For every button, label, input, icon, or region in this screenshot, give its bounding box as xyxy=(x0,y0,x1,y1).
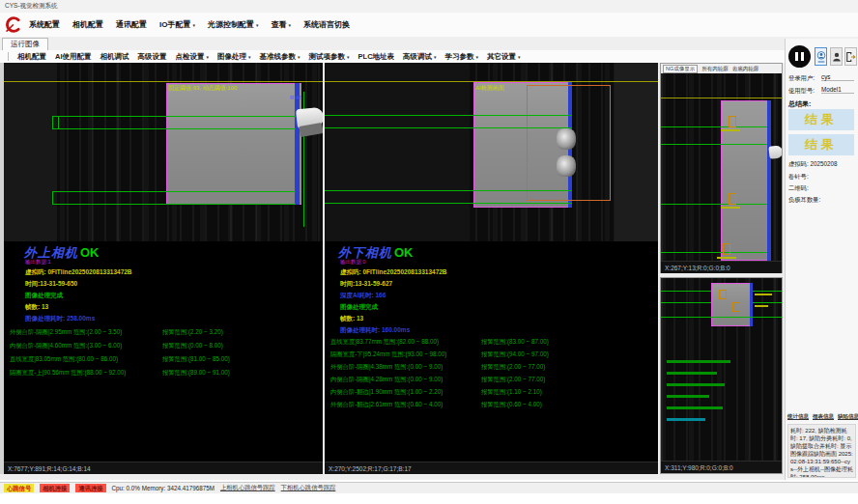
electrode-tab-blob xyxy=(557,155,576,177)
user-button[interactable] xyxy=(830,47,843,66)
toolbar-item-learn-params[interactable]: 学习参数▾ xyxy=(445,52,479,62)
result-badge-bottom: 结果 xyxy=(788,134,854,155)
time-line: 时间:13-31-59-650 xyxy=(25,280,77,289)
time-line: 时间:13-31-59-627 xyxy=(340,280,392,289)
frames-line: 帧数: 13 xyxy=(340,315,363,323)
detail-panel: X:311;Y:980;R:0;G:0;B:0 xyxy=(660,277,783,474)
toolbar-item-plc-address[interactable]: PLC地址表 xyxy=(358,52,395,62)
measure-line xyxy=(753,291,782,292)
measure-line xyxy=(325,115,572,116)
edge-marker-blue xyxy=(750,283,753,326)
defect-label-text xyxy=(717,257,736,259)
baseline-overlay-line xyxy=(661,98,782,98)
status-bar: 心跳信号 相机连接 通讯连接 Cpu: 0.0% Memory: 3424.41… xyxy=(0,482,858,493)
status-ok: OK xyxy=(392,245,414,260)
toolbar-item-ai-config[interactable]: AI使用配置 xyxy=(55,52,92,62)
app-logo-icon xyxy=(4,15,22,34)
user-icon xyxy=(832,50,842,64)
chevron-down-icon: ▾ xyxy=(476,54,479,60)
measure-line xyxy=(661,204,767,205)
measure-line xyxy=(661,302,711,303)
defect-box xyxy=(732,302,740,312)
tab-ng-display[interactable]: NG成像显示 xyxy=(663,65,698,73)
measure-line xyxy=(52,191,296,192)
detail-camera-image[interactable] xyxy=(661,278,782,461)
toolbar: 相机配置 AI使用配置 相机调试 高级设置 点检设置▾ 图像处理▾ 基准线参数▾… xyxy=(0,50,858,64)
toolbar-item-baseline-params[interactable]: 基准线参数▾ xyxy=(260,52,300,62)
exit-door-icon xyxy=(845,50,856,64)
defect-box xyxy=(729,193,736,205)
barcode-line: 虚拟码: 0FITline2025020813313472B xyxy=(25,268,132,277)
tab-defect-info[interactable]: 缺陷信息 xyxy=(838,413,858,420)
ng-pixel-coords: X:267;Y:13;R:0;G:0;B:0 xyxy=(661,261,782,273)
r-value-overlay-text: R:46 xyxy=(290,95,302,100)
edge-marker-blue xyxy=(295,83,300,205)
menu-item-comm-config[interactable]: 通讯配置 xyxy=(116,19,147,30)
result-text-line xyxy=(667,406,723,409)
defect-label-text xyxy=(755,305,768,307)
total-result-label: 总结果: xyxy=(788,99,811,109)
lower-camera-heartbeat-link[interactable]: 下相机心跳信号跟踪 xyxy=(281,484,336,492)
defect-box xyxy=(723,243,730,255)
tab-report-info[interactable]: 报表信息 xyxy=(813,413,834,420)
left-camera-image[interactable]: 固定阈值:93, 动态阈值:100 R:46 xyxy=(4,63,323,241)
menu-item-system-config[interactable]: 系统配置 xyxy=(29,19,60,30)
ng-camera-image[interactable] xyxy=(661,73,782,261)
defect-label-text xyxy=(721,129,740,131)
result-text-line xyxy=(667,360,730,363)
ng-panel-tabs: NG成像显示 所有内轮廓 齿底内轮廓 xyxy=(661,64,782,73)
toolbar-item-spot-check[interactable]: 点检设置▾ xyxy=(176,52,210,62)
upper-camera-heartbeat-link[interactable]: 上相机心跳信号跟踪 xyxy=(220,484,275,492)
tab-all-contours[interactable]: 所有内轮廓 xyxy=(701,66,729,72)
tab-run-image[interactable]: 运行图像 xyxy=(2,38,48,50)
defect-label-text xyxy=(721,207,740,209)
comm-connection-badge: 通讯连接 xyxy=(75,484,105,492)
toolbar-item-advanced-debug[interactable]: 高级调试▾ xyxy=(403,52,437,62)
result-text-line xyxy=(667,383,725,386)
defect-box xyxy=(719,290,727,299)
heartbeat-badge: 心跳信号 xyxy=(4,484,34,492)
measure-line xyxy=(661,291,711,292)
baseline-overlay-line xyxy=(4,81,323,82)
image-band xyxy=(4,63,57,241)
menu-item-io-config[interactable]: IO手配置 ▾ xyxy=(159,19,195,30)
toolbar-item-advanced-settings[interactable]: 高级设置 xyxy=(138,52,167,62)
middle-camera-image[interactable]: AI检测画面 xyxy=(325,63,658,241)
menu-item-view[interactable]: 查看 ▾ xyxy=(271,19,291,30)
toolbar-item-other-settings[interactable]: 其它设置▾ xyxy=(487,52,521,62)
image-band xyxy=(615,63,658,241)
chevron-down-icon: ▾ xyxy=(298,54,300,60)
tab-stats-info[interactable]: 统计信息 xyxy=(787,413,809,420)
measure-line xyxy=(325,203,572,204)
process-done-line: 图像处理完成 xyxy=(25,292,63,300)
tab-bottom-contours[interactable]: 齿底内轮廓 xyxy=(732,66,759,72)
menu-item-light-config[interactable]: 光源控制配置 ▾ xyxy=(208,19,259,30)
exit-button[interactable] xyxy=(844,47,857,66)
chevron-down-icon: ▾ xyxy=(256,22,259,28)
toolbar-item-camera-debug[interactable]: 相机调试 xyxy=(100,52,129,62)
output-info: 输出数据:1 xyxy=(25,259,51,266)
login-user-button[interactable] xyxy=(815,47,827,66)
qr-label: 二维码: xyxy=(788,184,809,193)
toolbar-item-image-process[interactable]: 图像处理▾ xyxy=(217,52,251,62)
menu-item-language-switch[interactable]: 系统语言切换 xyxy=(303,19,350,30)
toolbar-item-test-params[interactable]: 测试项参数▾ xyxy=(309,52,350,62)
pause-icon xyxy=(801,52,804,61)
menu-item-camera-config[interactable]: 相机配置 xyxy=(72,19,103,30)
pause-icon xyxy=(795,52,798,61)
chevron-down-icon: ▾ xyxy=(248,54,251,60)
cpu-memory-status: Cpu: 0.0% Memory: 3424.41796875M xyxy=(112,485,214,491)
model-value: Model1 xyxy=(821,86,854,94)
measure-line xyxy=(52,116,296,117)
pause-button[interactable] xyxy=(788,45,811,68)
measure-bracket xyxy=(52,191,53,205)
login-value: cys xyxy=(821,73,854,81)
toolbar-item-camera-config[interactable]: 相机配置 xyxy=(17,52,46,62)
log-tab-bar: 统计信息 报表信息 缺陷信息 xyxy=(787,413,858,420)
menu-bar: 系统配置 相机配置 通讯配置 IO手配置 ▾ 光源控制配置 ▾ 查看 ▾ 系统语… xyxy=(0,13,858,38)
product-region xyxy=(166,83,301,205)
log-text-area[interactable]: 耗时: 222, 缺陷检测耗时: 17, 缺陷分类耗时: 0, 缺陷提取合并耗时… xyxy=(787,424,856,478)
toolbar-separator xyxy=(8,52,9,61)
tab-bar: 运行图像 xyxy=(0,37,858,51)
chevron-down-icon: ▾ xyxy=(434,54,437,60)
